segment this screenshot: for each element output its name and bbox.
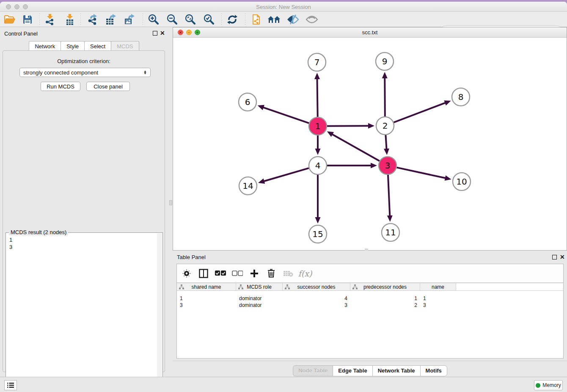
import-network-icon[interactable] <box>43 13 57 26</box>
table-row[interactable]: 1dominator411 <box>177 295 563 302</box>
float-panel-icon[interactable] <box>153 31 157 36</box>
arrowhead-3-10 <box>445 175 452 182</box>
select-all-columns-icon[interactable] <box>215 268 226 279</box>
network-window-titlebar[interactable]: ✕ − + scc.txt <box>173 28 567 38</box>
new-network-from-selection-icon[interactable] <box>249 13 263 26</box>
zoom-selected-icon[interactable] <box>201 13 216 26</box>
column-header-successor-nodes[interactable]: successor nodes <box>283 283 350 290</box>
cell-shared-name[interactable]: 1 <box>177 295 236 302</box>
edge-2-8[interactable] <box>394 102 447 122</box>
run-mcds-button[interactable]: Run MCDS <box>41 82 80 91</box>
edge-4-14[interactable] <box>262 168 309 182</box>
edge-3-10[interactable] <box>396 168 447 179</box>
node-label-1: 1 <box>315 121 321 131</box>
edge-3-11[interactable] <box>388 175 390 218</box>
column-header-filler <box>456 283 563 290</box>
cell-predecessor-nodes[interactable]: 2 <box>350 302 420 309</box>
split-divider-handle[interactable] <box>169 200 172 205</box>
list-icon <box>7 382 14 388</box>
column-header-MCDS-role[interactable]: MCDS role <box>236 283 283 290</box>
export-table-icon[interactable] <box>104 13 118 26</box>
table-type-tabs: Node TableEdge TableNetwork TableMotifs <box>173 365 567 376</box>
memory-status-icon <box>536 383 540 388</box>
memory-button[interactable]: Memory <box>534 380 563 390</box>
table-row[interactable]: 3dominator323 <box>177 302 563 309</box>
delete-column-trash-icon[interactable] <box>266 268 277 279</box>
tab-network-table[interactable]: Network Table <box>372 365 421 376</box>
status-bar: Memory <box>0 377 567 392</box>
optimization-criterion-select[interactable]: strongly connected component ▲▼ <box>19 68 151 77</box>
close-table-panel-icon[interactable]: ✕ <box>560 255 565 259</box>
arrowhead-4-14 <box>257 179 265 186</box>
cell-predecessor-nodes[interactable]: 1 <box>350 295 420 302</box>
save-session-icon[interactable] <box>20 13 35 26</box>
show-overview-icon[interactable] <box>305 13 319 26</box>
table-header-row[interactable]: shared nameMCDS rolesuccessor nodesprede… <box>177 283 563 291</box>
close-panel-button[interactable]: Close panel <box>86 82 130 91</box>
cell-successor-nodes[interactable]: 3 <box>283 302 350 309</box>
open-file-icon[interactable] <box>3 13 17 26</box>
column-header-name[interactable]: name <box>420 283 456 290</box>
edge-3-1[interactable] <box>330 133 379 161</box>
mcds-tab-content: Optimization criterion: strongly connect… <box>3 50 165 372</box>
node-label-3: 3 <box>385 160 391 171</box>
edge-1-6[interactable] <box>261 107 309 123</box>
cell-MCDS-role[interactable]: dominator <box>236 302 283 309</box>
mcds-result-lines: 1 3 <box>9 236 12 251</box>
arrowhead-2-3 <box>384 149 390 155</box>
arrowhead-1-2 <box>368 123 374 129</box>
zoom-out-icon[interactable] <box>165 13 179 26</box>
table-settings-gear-icon[interactable] <box>181 268 192 279</box>
unselect-all-columns-icon[interactable] <box>232 268 243 279</box>
node-label-4: 4 <box>315 160 321 171</box>
network-view-window: ✕ − + scc.txt 7968124314101511 <box>173 27 567 251</box>
mcds-result-title: MCDS result (2 nodes) <box>9 229 68 235</box>
home-layout-icon[interactable] <box>267 13 281 26</box>
toggle-graphics-details-icon[interactable] <box>286 13 300 26</box>
memory-label: Memory <box>542 382 561 388</box>
network-graph-canvas[interactable]: 7968124314101511 <box>173 38 567 250</box>
zoom-fit-icon[interactable] <box>183 13 197 26</box>
cell-MCDS-role[interactable]: dominator <box>236 295 283 302</box>
network-window-title: scc.txt <box>173 29 567 36</box>
mcds-result-box: 1 3 <box>6 232 163 392</box>
edge-1-7[interactable] <box>317 77 317 117</box>
export-network-icon[interactable] <box>85 13 99 26</box>
split-divider-handle[interactable] <box>365 248 368 251</box>
cell-shared-name[interactable]: 3 <box>177 302 236 309</box>
task-history-button[interactable] <box>4 380 17 390</box>
function-builder-icon: f(x) <box>300 268 311 279</box>
arrowhead-2-8 <box>444 98 452 105</box>
edge-2-3[interactable] <box>385 135 386 151</box>
main-toolbar <box>0 12 567 27</box>
import-table-icon[interactable] <box>63 13 77 26</box>
tab-edge-table[interactable]: Edge Table <box>333 365 372 376</box>
refresh-icon[interactable] <box>225 13 239 26</box>
toolbar-separator <box>221 14 222 25</box>
dropdown-value: strongly connected component <box>23 69 98 76</box>
window-titlebar: Session: New Session <box>0 2 567 12</box>
column-header-predecessor-nodes[interactable]: predecessor nodes <box>350 283 420 290</box>
tab-motifs[interactable]: Motifs <box>420 365 447 376</box>
arrowhead-3-11 <box>387 215 393 222</box>
edge-2-9[interactable] <box>385 76 385 116</box>
cell-name[interactable]: 3 <box>420 302 456 309</box>
float-table-panel-icon[interactable] <box>552 255 557 259</box>
create-column-icon[interactable] <box>249 268 260 279</box>
arrowhead-1-7 <box>314 73 320 79</box>
show-columns-icon[interactable] <box>198 268 209 279</box>
result-scrollbar[interactable] <box>157 233 162 392</box>
tab-node-table[interactable]: Node Table <box>293 365 333 376</box>
node-label-6: 6 <box>245 97 250 107</box>
node-label-14: 14 <box>242 181 253 191</box>
toolbar-separator <box>143 14 143 25</box>
arrowhead-1-4 <box>315 149 321 155</box>
edge-1-2[interactable] <box>327 126 370 126</box>
cell-name[interactable]: 1 <box>420 295 456 302</box>
column-header-shared-name[interactable]: shared name <box>177 283 236 290</box>
export-image-icon[interactable] <box>122 13 137 26</box>
toolbar-separator <box>80 14 81 25</box>
zoom-in-icon[interactable] <box>146 13 160 26</box>
cell-successor-nodes[interactable]: 4 <box>283 295 350 302</box>
close-panel-icon[interactable]: ✕ <box>160 31 165 36</box>
